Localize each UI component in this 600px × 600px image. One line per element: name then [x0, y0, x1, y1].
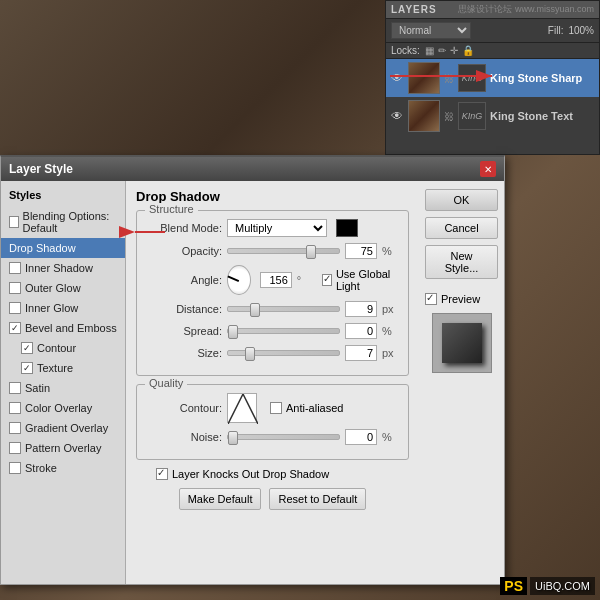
style-item-blending-options--default[interactable]: Blending Options: Default [1, 206, 125, 238]
style-checkbox-2[interactable] [9, 262, 21, 274]
new-style-button[interactable]: New Style... [425, 245, 498, 279]
layer-name-text: King Stone Text [490, 110, 573, 122]
style-item-color-overlay[interactable]: Color Overlay [1, 398, 125, 418]
anti-aliased-checkbox[interactable] [270, 402, 282, 414]
layer-row-sharp[interactable]: 👁 ⛓ KInG King Stone Sharp [386, 59, 599, 97]
angle-dial[interactable] [227, 265, 251, 295]
blend-mode-select-dialog[interactable]: Multiply [227, 219, 327, 237]
ok-button[interactable]: OK [425, 189, 498, 211]
distance-slider-thumb[interactable] [250, 303, 260, 317]
layers-title: LAYERS [391, 4, 437, 15]
spread-input[interactable] [345, 323, 377, 339]
style-checkbox-8[interactable] [9, 382, 21, 394]
watermark: PS UiBQ.COM [500, 577, 595, 595]
cancel-button[interactable]: Cancel [425, 217, 498, 239]
style-checkbox-11[interactable] [9, 442, 21, 454]
style-checkbox-5[interactable] [9, 322, 21, 334]
quality-label: Quality [145, 377, 187, 389]
style-checkbox-6[interactable] [21, 342, 33, 354]
style-item-outer-glow[interactable]: Outer Glow [1, 278, 125, 298]
styles-panel-title: Styles [1, 186, 125, 206]
layer-row-text[interactable]: 👁 ⛓ KInG King Stone Text [386, 97, 599, 135]
style-checkbox-4[interactable] [9, 302, 21, 314]
spread-slider-track[interactable] [227, 328, 340, 334]
spread-slider-thumb[interactable] [228, 325, 238, 339]
preview-checkbox[interactable] [425, 293, 437, 305]
styles-panel: Styles Blending Options: DefaultDrop Sha… [1, 181, 126, 584]
style-label-7: Texture [37, 362, 73, 374]
style-label-5: Bevel and Emboss [25, 322, 117, 334]
lock-all-icon[interactable]: 🔒 [462, 45, 474, 56]
preview-section: Preview [425, 293, 498, 377]
use-global-light-checkbox[interactable] [322, 274, 332, 286]
opacity-slider-track[interactable] [227, 248, 340, 254]
style-item-stroke[interactable]: Stroke [1, 458, 125, 478]
drop-shadow-title: Drop Shadow [136, 189, 409, 204]
blend-mode-row: Blend Mode: Multiply [147, 219, 398, 237]
contour-row: Contour: Anti-aliased [147, 393, 398, 423]
style-checkbox-0[interactable] [9, 216, 19, 228]
structure-label: Structure [145, 203, 198, 215]
contour-preview[interactable] [227, 393, 257, 423]
lock-transparency-icon[interactable]: ▦ [425, 45, 434, 56]
distance-input[interactable] [345, 301, 377, 317]
dialog-close-button[interactable]: ✕ [480, 161, 496, 177]
style-item-satin[interactable]: Satin [1, 378, 125, 398]
main-content: Drop Shadow Structure Blend Mode: Multip… [126, 181, 419, 584]
blend-color-swatch[interactable] [336, 219, 358, 237]
noise-input[interactable] [345, 429, 377, 445]
lock-move-icon[interactable]: ✛ [450, 45, 458, 56]
style-checkbox-3[interactable] [9, 282, 21, 294]
style-checkbox-12[interactable] [9, 462, 21, 474]
style-item-texture[interactable]: Texture [1, 358, 125, 378]
angle-input[interactable] [260, 272, 292, 288]
style-item-bevel-and-emboss[interactable]: Bevel and Emboss [1, 318, 125, 338]
style-checkbox-10[interactable] [9, 422, 21, 434]
lock-paint-icon[interactable]: ✏ [438, 45, 446, 56]
style-item-contour[interactable]: Contour [1, 338, 125, 358]
distance-slider-track[interactable] [227, 306, 340, 312]
layer-visibility-icon-sharp[interactable]: 👁 [390, 71, 404, 85]
noise-label: Noise: [147, 431, 222, 443]
noise-unit: % [382, 431, 398, 443]
layer-thumb-inner-sharp [409, 63, 439, 93]
size-slider-track[interactable] [227, 350, 340, 356]
size-row: Size: px [147, 345, 398, 361]
preview-label: Preview [441, 293, 480, 305]
style-item-pattern-overlay[interactable]: Pattern Overlay [1, 438, 125, 458]
watermark-uibo-text: UiBQ.COM [535, 580, 590, 592]
preview-checkbox-row: Preview [425, 293, 498, 305]
style-label-10: Gradient Overlay [25, 422, 108, 434]
contour-preview-svg [228, 394, 258, 424]
noise-slider-track[interactable] [227, 434, 340, 440]
watermark-ps: PS [500, 577, 527, 595]
watermark-uibo: UiBQ.COM [530, 577, 595, 595]
opacity-input[interactable] [345, 243, 377, 259]
layer-knocks-row: Layer Knocks Out Drop Shadow [136, 468, 409, 480]
layer-text-thumb-text: KInG [458, 102, 486, 130]
layer-name-sharp: King Stone Sharp [490, 72, 582, 84]
style-label-6: Contour [37, 342, 76, 354]
style-checkbox-9[interactable] [9, 402, 21, 414]
layer-knocks-checkbox[interactable] [156, 468, 168, 480]
style-checkbox-7[interactable] [21, 362, 33, 374]
size-slider-thumb[interactable] [245, 347, 255, 361]
angle-needle [227, 276, 239, 282]
lock-label: Locks: [391, 45, 420, 56]
noise-slider-thumb[interactable] [228, 431, 238, 445]
style-item-inner-shadow[interactable]: Inner Shadow [1, 258, 125, 278]
layers-watermark: 思缘设计论坛 www.missyuan.com [458, 3, 594, 16]
fill-value: 100% [568, 25, 594, 36]
layer-visibility-icon-text[interactable]: 👁 [390, 109, 404, 123]
opacity-slider-thumb[interactable] [306, 245, 316, 259]
reset-button[interactable]: Reset to Default [269, 488, 366, 510]
blend-mode-select[interactable]: Normal [391, 22, 471, 39]
layer-style-dialog: Layer Style ✕ Styles Blending Options: D… [0, 155, 505, 585]
style-item-inner-glow[interactable]: Inner Glow [1, 298, 125, 318]
style-item-gradient-overlay[interactable]: Gradient Overlay [1, 418, 125, 438]
make-default-button[interactable]: Make Default [179, 488, 262, 510]
layer-thumb-inner-text [409, 101, 439, 131]
size-input[interactable] [345, 345, 377, 361]
layers-panel: LAYERS 思缘设计论坛 www.missyuan.com Normal Fi… [385, 0, 600, 155]
style-item-drop-shadow[interactable]: Drop Shadow [1, 238, 125, 258]
